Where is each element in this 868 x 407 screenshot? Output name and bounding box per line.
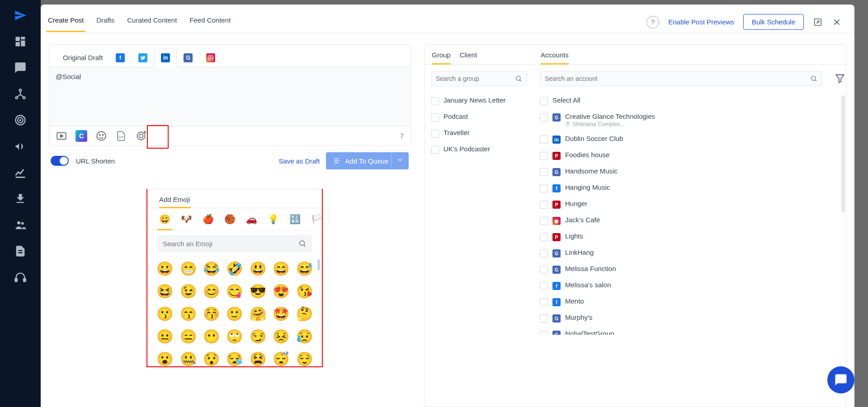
emoji-cat-food[interactable]: 🍎 [203, 214, 213, 225]
tab-facebook[interactable]: f [109, 49, 132, 67]
account-item[interactable]: ◉Jack's Cafe [540, 212, 840, 229]
tab-google-business[interactable]: G [177, 49, 199, 67]
emoji-item[interactable]: 😋 [225, 282, 244, 300]
account-item[interactable]: fMento [540, 294, 840, 310]
emoji-item[interactable]: 😉 [179, 282, 197, 300]
group-item[interactable]: Traveller [431, 125, 527, 141]
emoji-item[interactable]: 🙄 [225, 327, 244, 345]
checkbox[interactable] [540, 97, 548, 105]
account-item[interactable]: GCreative Glance TechnologiesShitiratna … [540, 109, 840, 131]
emoji-item[interactable]: 😗 [156, 304, 174, 323]
tab-curated[interactable]: Curated Content [125, 12, 179, 32]
account-item[interactable]: GMelissa Function [540, 261, 840, 277]
tab-accounts[interactable]: Accounts [541, 51, 569, 64]
account-search-input[interactable] [545, 75, 810, 82]
emoji-search-input[interactable] [163, 240, 298, 248]
tab-instagram[interactable] [199, 49, 222, 67]
emoji-cat-objects[interactable]: 💡 [268, 214, 278, 225]
emoji-item[interactable]: 😘 [295, 282, 314, 300]
account-item[interactable]: GLinkHang [540, 245, 840, 261]
url-shortener-toggle[interactable] [51, 156, 69, 166]
tab-create-post[interactable]: Create Post [46, 12, 85, 32]
post-textarea[interactable]: @Social [49, 67, 410, 126]
checkbox[interactable] [540, 298, 548, 306]
select-all-item[interactable]: Select All [540, 93, 840, 109]
account-item[interactable]: fHanging Music [540, 180, 840, 196]
emoji-item[interactable]: 😏 [249, 327, 267, 345]
target-tool-icon[interactable] [135, 130, 147, 142]
emoji-cat-animals[interactable]: 🐶 [181, 214, 192, 225]
account-item[interactable]: GMurphy's [540, 310, 840, 326]
checkbox[interactable] [540, 184, 548, 192]
enable-previews-link[interactable]: Enable Post Previews [668, 18, 734, 26]
emoji-item[interactable]: 😮 [156, 350, 174, 366]
emoji-item[interactable]: 😚 [202, 304, 221, 323]
checkbox[interactable] [540, 201, 548, 209]
group-search-input[interactable] [436, 75, 515, 82]
headset-icon[interactable] [14, 271, 27, 284]
emoji-item[interactable]: 🤐 [179, 350, 197, 366]
emoji-item[interactable]: 🙂 [225, 304, 244, 323]
checkbox[interactable] [431, 130, 439, 138]
close-icon[interactable] [832, 17, 842, 27]
emoji-item[interactable]: 😍 [272, 282, 290, 300]
checkbox[interactable] [431, 113, 439, 122]
account-item[interactable]: fMelissa's salon [540, 277, 840, 294]
emoji-item[interactable]: 😃 [249, 259, 267, 277]
tab-drafts[interactable]: Drafts [94, 12, 116, 32]
emoji-item[interactable]: 😌 [295, 350, 314, 366]
chat-support-button[interactable] [827, 366, 854, 393]
accounts-scrollbar[interactable] [841, 95, 845, 213]
checkbox[interactable] [431, 146, 439, 154]
analytics-icon[interactable] [14, 166, 27, 179]
group-search[interactable] [431, 71, 527, 86]
emoji-item[interactable]: 😊 [202, 282, 221, 300]
checkbox[interactable] [540, 266, 548, 274]
account-item[interactable]: inDublin Soccer Club [540, 131, 840, 147]
tab-twitter[interactable] [132, 49, 154, 67]
checkbox[interactable] [540, 217, 548, 225]
account-search[interactable] [540, 71, 822, 86]
network-icon[interactable] [14, 88, 27, 100]
emoji-item[interactable]: 😫 [249, 350, 267, 366]
emoji-scrollbar[interactable] [317, 259, 320, 270]
tab-client[interactable]: Client [460, 51, 477, 64]
group-item[interactable]: UK's Podcaster [431, 141, 527, 158]
gif-icon[interactable]: GIF [115, 130, 127, 142]
bulk-schedule-button[interactable]: Bulk Schedule [743, 14, 804, 30]
emoji-button[interactable] [95, 130, 107, 142]
emoji-item[interactable]: 🤩 [272, 304, 290, 323]
tab-linkedin[interactable]: in [154, 48, 177, 67]
emoji-item[interactable]: 🤔 [295, 304, 314, 323]
account-item[interactable]: PFoodies house [540, 147, 840, 164]
checkbox[interactable] [540, 249, 548, 257]
checkbox[interactable] [431, 97, 439, 105]
document-icon[interactable] [14, 245, 27, 257]
emoji-item[interactable]: 😁 [179, 259, 197, 277]
download-icon[interactable] [14, 192, 27, 205]
filter-icon[interactable] [834, 73, 846, 84]
checkbox[interactable] [540, 314, 548, 323]
add-to-queue-button[interactable]: Add To Queue [326, 152, 396, 169]
help-icon[interactable]: ? [646, 16, 659, 28]
group-item[interactable]: Podcast [431, 109, 527, 125]
emoji-cat-flags[interactable]: 🏳️ [311, 214, 322, 225]
group-item[interactable]: January News Letter [431, 93, 527, 109]
checkbox[interactable] [540, 168, 548, 176]
emoji-search[interactable] [157, 235, 312, 252]
account-item[interactable]: PHunger [540, 196, 840, 212]
emoji-item[interactable]: 😪 [225, 350, 244, 366]
save-draft-link[interactable]: Save as Draft [278, 157, 320, 165]
emoji-item[interactable]: 🤣 [225, 259, 244, 277]
expand-icon[interactable] [813, 17, 823, 27]
tab-group[interactable]: Group [432, 51, 451, 64]
canva-icon[interactable]: C [75, 130, 87, 142]
account-item[interactable]: GNohalTestGroup [540, 326, 840, 335]
checkbox[interactable] [540, 282, 548, 290]
emoji-cat-symbols[interactable]: 🔣 [289, 214, 300, 225]
checkbox[interactable] [540, 233, 548, 241]
checkbox[interactable] [540, 152, 548, 160]
queue-dropdown-button[interactable] [391, 152, 409, 169]
emoji-item[interactable]: 😂 [202, 259, 221, 277]
account-item[interactable]: PLights [540, 229, 840, 245]
